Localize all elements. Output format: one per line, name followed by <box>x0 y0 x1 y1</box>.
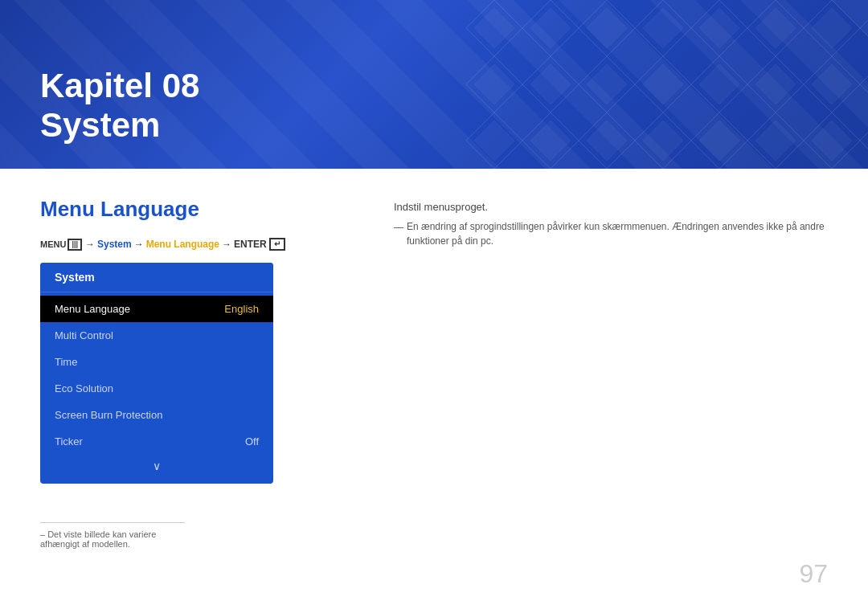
nav-arrow-2: → <box>134 239 144 250</box>
tv-menu-item-eco-solution[interactable]: Eco Solution <box>40 375 273 402</box>
tv-menu-item-time[interactable]: Time <box>40 349 273 375</box>
ticker-label: Ticker <box>55 435 83 447</box>
nav-menu-label: MENU <box>40 239 66 249</box>
menu-language-value: English <box>224 303 259 315</box>
nav-menu-language: Menu Language <box>146 239 219 250</box>
footer-note: – Det viste billede kan variere afhængig… <box>40 522 185 549</box>
nav-arrow-1: → <box>85 239 95 250</box>
nav-path: MENU ||| → System → Menu Language → ENTE… <box>40 238 346 251</box>
page-number: 97 <box>799 559 828 589</box>
footer-note-text: – Det viste billede kan variere afhængig… <box>40 529 185 549</box>
description-title: Indstil menusproget. <box>394 201 828 213</box>
tv-menu-item-menu-language[interactable]: Menu Language English <box>40 296 273 322</box>
multi-control-label: Multi Control <box>55 329 113 341</box>
diamond-pattern <box>466 0 868 169</box>
tv-menu-items: Menu Language English Multi Control Time… <box>40 292 273 484</box>
note-dash: ― <box>394 220 403 235</box>
time-label: Time <box>55 356 77 368</box>
note-text: En ændring af sprogindstillingen påvirke… <box>407 219 828 248</box>
chapter-label: Kapitel 08 <box>40 67 199 104</box>
section-heading: Menu Language <box>40 197 346 222</box>
tv-menu-panel: System Menu Language English Multi Contr… <box>40 263 273 484</box>
nav-system: System <box>97 239 132 250</box>
nav-enter-label: ENTER <box>234 239 267 250</box>
main-content: Menu Language MENU ||| → System → Menu L… <box>0 169 868 500</box>
tv-menu-item-multi-control[interactable]: Multi Control <box>40 322 273 349</box>
screen-burn-label: Screen Burn Protection <box>55 409 162 421</box>
header-title: Kapitel 08 System <box>40 67 199 145</box>
nav-arrow-3: → <box>222 239 231 250</box>
description-note: ― En ændring af sprogindstillingen påvir… <box>394 219 828 248</box>
tv-menu-item-ticker[interactable]: Ticker Off <box>40 428 273 455</box>
svg-rect-2 <box>466 0 868 169</box>
tv-menu-item-screen-burn[interactable]: Screen Burn Protection <box>40 402 273 428</box>
eco-solution-label: Eco Solution <box>55 382 113 394</box>
tv-menu-header: System <box>40 263 273 292</box>
left-column: Menu Language MENU ||| → System → Menu L… <box>40 197 346 484</box>
ticker-value: Off <box>245 435 259 447</box>
title-label: System <box>40 106 160 144</box>
tv-menu-chevron: ∨ <box>40 455 273 477</box>
right-column: Indstil menusproget. ― En ændring af spr… <box>394 197 828 484</box>
enter-icon: ↵ <box>269 238 285 251</box>
menu-language-label: Menu Language <box>55 303 130 315</box>
header-banner: Kapitel 08 System <box>0 0 868 169</box>
menu-icon: ||| <box>68 239 82 251</box>
